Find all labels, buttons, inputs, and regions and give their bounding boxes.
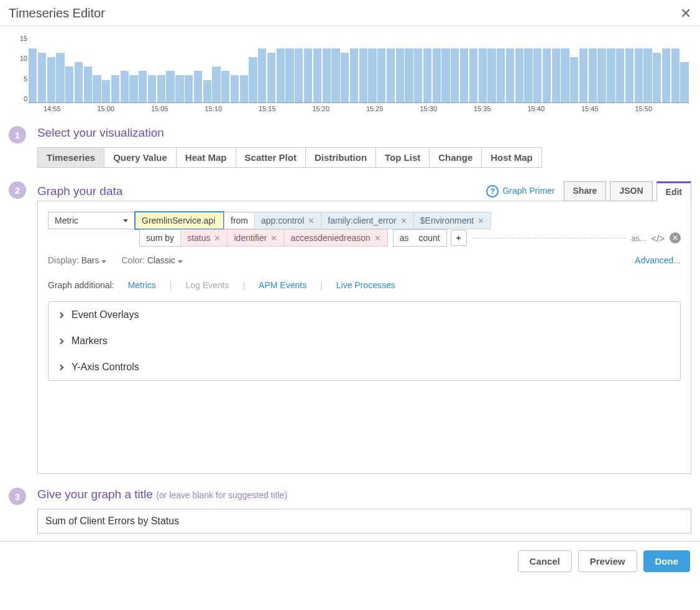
chart-bar — [479, 48, 487, 102]
from-tag[interactable]: $Environment ✕ — [413, 212, 491, 229]
chart-bar — [570, 57, 578, 102]
chart-bar — [579, 48, 587, 102]
x-tick: 15:25 — [366, 105, 420, 112]
graph-title-input[interactable] — [37, 509, 691, 534]
additional-metrics[interactable]: Metrics — [128, 280, 156, 290]
tag-remove-icon[interactable]: ✕ — [400, 216, 407, 225]
viz-tab-change[interactable]: Change — [429, 147, 482, 168]
metric-input[interactable]: GremlinService.api — [134, 211, 224, 230]
additional-apm-events[interactable]: APM Events — [259, 280, 306, 290]
accordion-markers[interactable]: Markers — [48, 328, 680, 354]
y-tick: 15 — [14, 35, 27, 42]
viz-tab-top-list[interactable]: Top List — [375, 147, 430, 168]
chart-bar — [396, 48, 404, 102]
sumby-tag[interactable]: accessdeniedreason ✕ — [283, 229, 387, 247]
x-tick: 14:55 — [44, 105, 98, 112]
viz-tab-heat-map[interactable]: Heat Map — [176, 147, 236, 168]
additional-log-events: Log Events — [185, 280, 229, 290]
chart-bar — [65, 66, 73, 102]
viz-tab-host-map[interactable]: Host Map — [481, 147, 542, 168]
step-1-title: Select your visualization — [37, 126, 691, 140]
code-icon[interactable]: </> — [652, 233, 665, 244]
chevron-down-icon — [123, 219, 128, 222]
chart-bar — [277, 48, 285, 102]
tag-remove-icon[interactable]: ✕ — [477, 216, 484, 225]
from-tag[interactable]: app:control ✕ — [254, 212, 321, 229]
tag-remove-icon[interactable]: ✕ — [374, 234, 381, 243]
chart-bar — [597, 48, 606, 102]
y-tick: 5 — [14, 75, 27, 83]
chart-bar — [341, 53, 349, 102]
chart-bar — [350, 48, 358, 102]
tag-label: accessdeniedreason — [290, 233, 370, 243]
tag-label: app:control — [261, 216, 304, 225]
chart-bar — [285, 48, 293, 102]
preview-button[interactable]: Preview — [578, 550, 637, 572]
chart-bar — [38, 53, 46, 102]
x-tick: 15:10 — [205, 105, 259, 112]
chart-bar — [203, 80, 211, 102]
add-query-button[interactable]: + — [451, 230, 467, 246]
chart-bar — [506, 48, 514, 102]
subtab-json[interactable]: JSON — [610, 181, 652, 201]
chart-bar — [377, 48, 385, 102]
accordion-y-axis-controls[interactable]: Y-Axis Controls — [48, 354, 680, 380]
chart-bar — [121, 71, 129, 102]
display-select[interactable]: Bars — [81, 255, 107, 265]
graph-primer-link[interactable]: Graph Primer — [486, 185, 555, 198]
chart-bar — [625, 48, 633, 102]
chart-bar — [680, 62, 688, 102]
from-tag[interactable]: family:client_error ✕ — [321, 212, 413, 229]
chart-bar — [469, 48, 477, 102]
advanced-link[interactable]: Advanced... — [635, 255, 681, 265]
sumby-label: sum by — [139, 229, 181, 247]
chart-bar — [552, 48, 560, 102]
source-select[interactable]: Metric — [48, 212, 135, 229]
viz-tab-scatter-plot[interactable]: Scatter Plot — [236, 147, 306, 168]
y-tick: 10 — [14, 55, 27, 62]
x-tick: 15:45 — [581, 105, 635, 112]
chart-bar — [47, 57, 55, 102]
chart-bar — [221, 71, 229, 102]
chart-bar — [368, 48, 376, 102]
chart-bar — [589, 48, 597, 102]
x-tick: 15:50 — [635, 105, 689, 112]
x-tick: 15:15 — [259, 105, 313, 112]
additional-live-processes[interactable]: Live Processes — [336, 280, 395, 290]
chevron-right-icon — [58, 312, 64, 318]
chart-bar — [387, 48, 395, 102]
tag-label: identifier — [234, 233, 267, 243]
chart-bar — [433, 48, 441, 102]
tag-remove-icon[interactable]: ✕ — [270, 234, 277, 243]
x-tick: 15:40 — [528, 105, 582, 112]
subtab-share[interactable]: Share — [564, 181, 607, 201]
alias-label[interactable]: as... — [631, 234, 647, 243]
accordion-label: Markers — [71, 335, 108, 347]
subtab-edit[interactable]: Edit — [656, 181, 691, 201]
chart-bar — [451, 48, 459, 102]
color-select[interactable]: Classic — [147, 255, 183, 265]
display-value: Bars — [81, 255, 99, 265]
accordion-event-overlays[interactable]: Event Overlays — [48, 302, 680, 328]
sumby-tag[interactable]: identifier ✕ — [227, 229, 284, 247]
close-icon[interactable]: ✕ — [680, 7, 691, 20]
chart-bar — [212, 66, 220, 102]
done-button[interactable]: Done — [643, 550, 691, 572]
chart-bar — [93, 75, 101, 102]
sumby-tag[interactable]: status ✕ — [180, 229, 228, 247]
viz-tab-timeseries[interactable]: Timeseries — [37, 147, 104, 168]
chart-bar — [84, 66, 92, 102]
chart-bar — [295, 48, 303, 102]
cancel-button[interactable]: Cancel — [518, 550, 572, 572]
page-title: Timeseries Editor — [9, 6, 105, 20]
tag-remove-icon[interactable]: ✕ — [214, 234, 221, 243]
chart-bar — [460, 48, 468, 102]
chart-bar — [533, 48, 541, 102]
chart-bar — [29, 48, 37, 102]
viz-tab-query-value[interactable]: Query Value — [104, 147, 177, 168]
remove-query-icon[interactable]: ✕ — [670, 232, 681, 244]
chart-bar — [643, 48, 652, 102]
tag-remove-icon[interactable]: ✕ — [308, 216, 315, 225]
chart-bar — [75, 62, 83, 102]
viz-tab-distribution[interactable]: Distribution — [305, 147, 376, 168]
